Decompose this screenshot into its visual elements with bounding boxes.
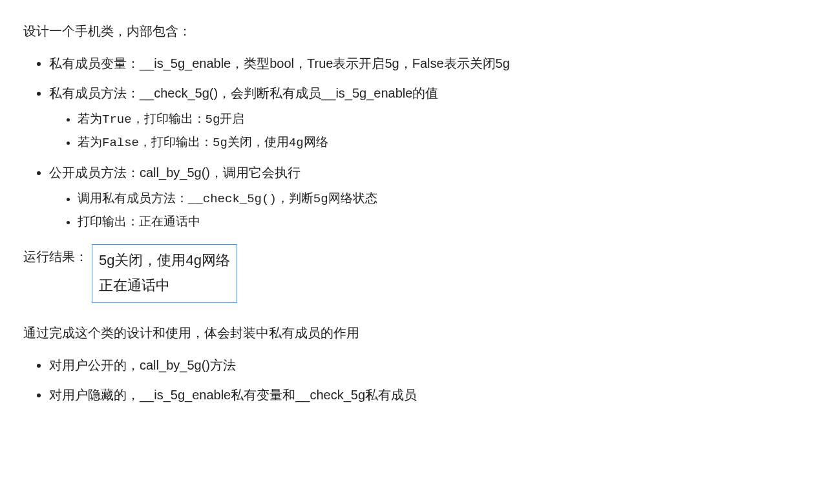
run-result-box: 5g关闭，使用4g网络 正在通话中 <box>92 244 237 303</box>
list-item: 对用户隐藏的，__is_5g_enable私有变量和__check_5g私有成员 <box>49 384 799 405</box>
sub-list: 若为True，打印输出：5g开启 若为False，打印输出：5g关闭，使用4g网… <box>49 110 799 153</box>
list-item: 私有成员方法：__check_5g()，会判断私有成员__is_5g_enabl… <box>49 83 799 153</box>
list-item-text: 公开成员方法：call_by_5g()，调用它会执行 <box>49 165 301 180</box>
intro-paragraph: 设计一个手机类，内部包含： <box>23 21 799 41</box>
sub-list-item: 打印输出：正在通话中 <box>78 213 799 232</box>
run-output-line: 正在通话中 <box>99 273 230 299</box>
document-body: 设计一个手机类，内部包含： 私有成员变量：__is_5g_enable，类型bo… <box>23 21 799 405</box>
sub-list-item: 若为False，打印输出：5g关闭，使用4g网络 <box>78 133 799 152</box>
sub-list: 调用私有成员方法：__check_5g()，判断5g网络状态 打印输出：正在通话… <box>49 189 799 233</box>
sub-list-item: 若为True，打印输出：5g开启 <box>78 110 799 129</box>
list-item-text: 私有成员方法：__check_5g()，会判断私有成员__is_5g_enabl… <box>49 86 438 100</box>
run-result-row: 运行结果： 5g关闭，使用4g网络 正在通话中 <box>23 244 799 303</box>
summary-paragraph: 通过完成这个类的设计和使用，体会封装中私有成员的作用 <box>23 322 799 343</box>
list-item: 公开成员方法：call_by_5g()，调用它会执行 调用私有成员方法：__ch… <box>49 162 799 233</box>
list-item: 对用户公开的，call_by_5g()方法 <box>49 355 799 375</box>
sub-list-item: 调用私有成员方法：__check_5g()，判断5g网络状态 <box>78 189 799 209</box>
requirements-list: 私有成员变量：__is_5g_enable，类型bool，True表示开启5g，… <box>23 53 799 233</box>
summary-list: 对用户公开的，call_by_5g()方法 对用户隐藏的，__is_5g_ena… <box>23 355 799 405</box>
run-result-label: 运行结果： <box>23 244 88 269</box>
run-output-line: 5g关闭，使用4g网络 <box>99 247 230 273</box>
list-item: 私有成员变量：__is_5g_enable，类型bool，True表示开启5g，… <box>49 53 799 74</box>
list-item-text: 私有成员变量：__is_5g_enable，类型bool，True表示开启5g，… <box>49 56 510 70</box>
